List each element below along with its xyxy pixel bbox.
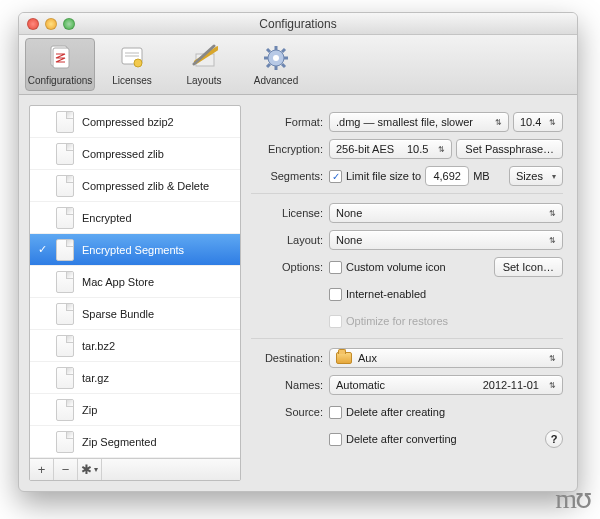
sidebar: Compressed bzip2 Compressed zlib Compres… [29, 105, 241, 481]
list-item-label: Compressed zlib & Delete [82, 180, 209, 192]
list-item-label: Zip [82, 404, 97, 416]
updown-icon: ⇅ [438, 145, 445, 154]
licenses-icon [117, 43, 147, 73]
svg-point-5 [134, 59, 142, 67]
svg-line-16 [282, 49, 285, 52]
toolbar-label: Licenses [112, 75, 151, 86]
form-panel: Format: .dmg — smallest file, slower⇅ 10… [251, 105, 567, 481]
options-label: Options: [251, 261, 329, 273]
file-icon [56, 303, 74, 325]
gear-icon: ✱ [81, 462, 92, 477]
layout-popup[interactable]: None⇅ [329, 230, 563, 250]
list-item[interactable]: Zip [30, 394, 240, 426]
list-item[interactable]: Compressed zlib & Delete [30, 170, 240, 202]
list-item-label: tar.gz [82, 372, 109, 384]
window-body: Compressed bzip2 Compressed zlib Compres… [19, 95, 577, 491]
license-popup[interactable]: None⇅ [329, 203, 563, 223]
file-icon [56, 207, 74, 229]
list-item-label: Compressed zlib [82, 148, 164, 160]
gear-icon [261, 43, 291, 73]
layouts-icon [189, 43, 219, 73]
file-icon [56, 335, 74, 357]
format-popup[interactable]: .dmg — smallest file, slower⇅ [329, 112, 509, 132]
delete-after-creating-checkbox[interactable] [329, 406, 342, 419]
destination-popup[interactable]: Aux⇅ [329, 348, 563, 368]
add-button[interactable]: + [30, 459, 54, 480]
list-item-label: Encrypted [82, 212, 132, 224]
checkmark-icon: ✓ [38, 243, 48, 256]
toolbar-configurations[interactable]: Configurations [25, 38, 95, 91]
toolbar-label: Advanced [254, 75, 298, 86]
config-list: Compressed bzip2 Compressed zlib Compres… [30, 106, 240, 458]
updown-icon: ⇅ [549, 209, 556, 218]
toolbar: Configurations Licenses Layouts Advanced [19, 35, 577, 95]
names-popup[interactable]: Automatic2012-11-01⇅ [329, 375, 563, 395]
list-item-label: Mac App Store [82, 276, 154, 288]
destination-label: Destination: [251, 352, 329, 364]
optimize-checkbox [329, 315, 342, 328]
set-passphrase-button[interactable]: Set Passphrase… [456, 139, 563, 159]
divider [251, 193, 563, 194]
source-label: Source: [251, 406, 329, 418]
chevron-down-icon: ▾ [94, 465, 98, 474]
remove-button[interactable]: − [54, 459, 78, 480]
license-label: License: [251, 207, 329, 219]
window-title: Configurations [19, 17, 577, 31]
toolbar-layouts[interactable]: Layouts [169, 39, 239, 90]
toolbar-licenses[interactable]: Licenses [97, 39, 167, 90]
delete-after-converting-checkbox[interactable] [329, 433, 342, 446]
file-icon [56, 431, 74, 453]
optimize-label: Optimize for restores [346, 315, 448, 327]
custom-icon-label: Custom volume icon [346, 261, 446, 273]
set-icon-button[interactable]: Set Icon… [494, 257, 563, 277]
list-item-label: Encrypted Segments [82, 244, 184, 256]
limit-filesize-checkbox[interactable]: ✓ [329, 170, 342, 183]
updown-icon: ⇅ [495, 118, 502, 127]
list-item-label: Sparse Bundle [82, 308, 154, 320]
file-icon [56, 367, 74, 389]
list-item[interactable]: Mac App Store [30, 266, 240, 298]
file-icon [56, 399, 74, 421]
updown-icon: ⇅ [549, 236, 556, 245]
toolbar-label: Layouts [186, 75, 221, 86]
encryption-label: Encryption: [251, 143, 329, 155]
list-item-label: tar.bz2 [82, 340, 115, 352]
help-button[interactable]: ? [545, 430, 563, 448]
delete-after-creating-label: Delete after creating [346, 406, 445, 418]
list-item[interactable]: Encrypted [30, 202, 240, 234]
list-item[interactable]: Zip Segmented [30, 426, 240, 458]
sizes-popup[interactable]: Sizes▾ [509, 166, 563, 186]
toolbar-label: Configurations [28, 75, 92, 86]
format-version-popup[interactable]: 10.4⇅ [513, 112, 563, 132]
updown-icon: ⇅ [549, 354, 556, 363]
file-icon [56, 175, 74, 197]
configurations-window: Configurations Configurations Licenses L… [18, 12, 578, 492]
mu-logo: mʊ [555, 482, 590, 515]
sidebar-footer: + − ✱▾ [30, 458, 240, 480]
toolbar-advanced[interactable]: Advanced [241, 39, 311, 90]
layout-label: Layout: [251, 234, 329, 246]
file-icon [56, 111, 74, 133]
list-item[interactable]: Compressed bzip2 [30, 106, 240, 138]
updown-icon: ⇅ [549, 118, 556, 127]
chevron-down-icon: ▾ [552, 172, 556, 181]
action-gear-button[interactable]: ✱▾ [78, 459, 102, 480]
list-item[interactable]: Compressed zlib [30, 138, 240, 170]
limit-size-input[interactable]: 4,692 [425, 166, 469, 186]
list-item-selected[interactable]: ✓Encrypted Segments [30, 234, 240, 266]
encryption-popup[interactable]: 256-bit AES10.5⇅ [329, 139, 452, 159]
document-stack-icon [45, 43, 75, 73]
svg-line-13 [267, 49, 270, 52]
internet-enabled-checkbox[interactable] [329, 288, 342, 301]
file-icon [56, 271, 74, 293]
list-item-label: Compressed bzip2 [82, 116, 174, 128]
list-item[interactable]: tar.gz [30, 362, 240, 394]
names-label: Names: [251, 379, 329, 391]
updown-icon: ⇅ [549, 381, 556, 390]
svg-line-15 [267, 64, 270, 67]
titlebar: Configurations [19, 13, 577, 35]
divider [251, 338, 563, 339]
list-item[interactable]: tar.bz2 [30, 330, 240, 362]
list-item[interactable]: Sparse Bundle [30, 298, 240, 330]
custom-icon-checkbox[interactable] [329, 261, 342, 274]
